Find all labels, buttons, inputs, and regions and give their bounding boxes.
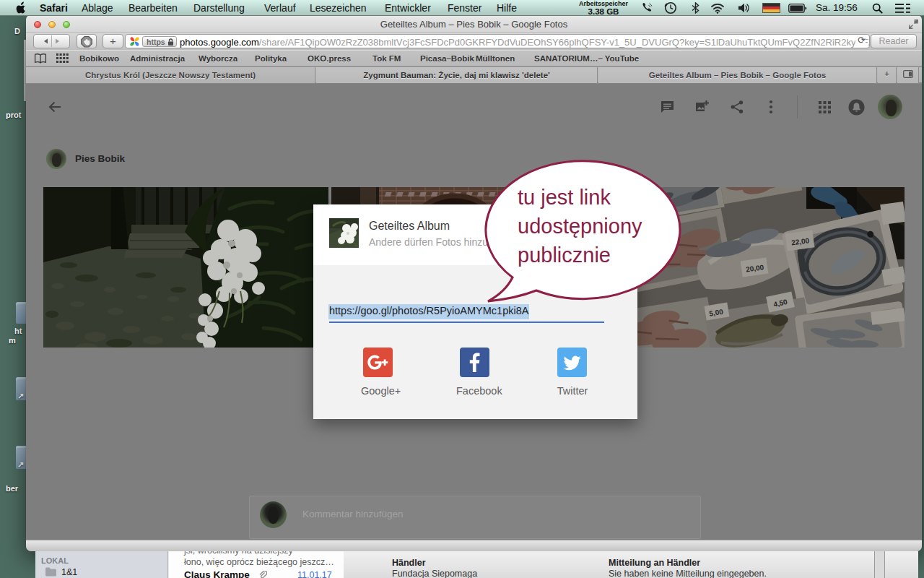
svg-text:publicznie: publicznie xyxy=(518,243,611,267)
svg-text:tu jest link: tu jest link xyxy=(518,186,611,209)
svg-text:udostępniony: udostępniony xyxy=(518,215,642,238)
